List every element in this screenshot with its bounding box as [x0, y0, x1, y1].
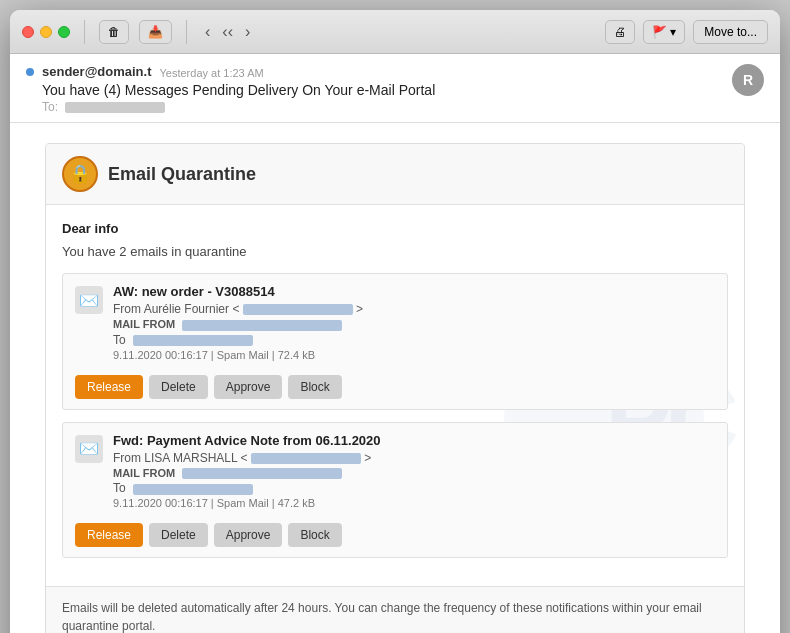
email-item-2-actions: Release Delete Approve Block [75, 523, 715, 547]
timestamp: Yesterday at 1:23 AM [159, 67, 263, 79]
back-button[interactable]: ‹ [201, 21, 214, 43]
block-button-1[interactable]: Block [288, 375, 341, 399]
trash-icon: 🗑 [108, 25, 120, 39]
minimize-button[interactable] [40, 26, 52, 38]
approve-button-1[interactable]: Approve [214, 375, 283, 399]
lock-icon: 🔒 [62, 156, 98, 192]
dear-info: Dear info [62, 221, 728, 236]
delete-button-2[interactable]: Delete [149, 523, 208, 547]
email-item-1-meta: 9.11.2020 00:16:17 | Spam Mail | 72.4 kB [113, 349, 715, 361]
email-item-2-to: To [113, 481, 715, 495]
email-item-2-from: From LISA MARSHALL < > [113, 451, 715, 465]
archive-button[interactable]: 📥 [139, 20, 172, 44]
card-body: Dear info You have 2 emails in quarantin… [46, 205, 744, 586]
footer-note: Emails will be deleted automatically aft… [62, 599, 728, 633]
flag-icon: 🚩 [652, 25, 667, 39]
email-item-1-mailfrom: MAIL FROM [113, 318, 715, 331]
email-item-2-meta: 9.11.2020 00:16:17 | Spam Mail | 47.2 kB [113, 497, 715, 509]
sender-name: sender@domain.t [42, 64, 151, 79]
trash-button[interactable]: 🗑 [99, 20, 129, 44]
block-button-2[interactable]: Block [288, 523, 341, 547]
approve-button-2[interactable]: Approve [214, 523, 283, 547]
sender-row: sender@domain.t Yesterday at 1:23 AM [26, 64, 722, 79]
separator2 [186, 20, 187, 44]
move-label: Move to... [704, 25, 757, 39]
flag-button[interactable]: 🚩 ▾ [643, 20, 685, 44]
unread-dot [26, 68, 34, 76]
email-header: sender@domain.t Yesterday at 1:23 AM You… [10, 54, 780, 123]
email-item-1-from: From Aurélie Fournier < > [113, 302, 715, 316]
spam-icon-2: ✉️ [75, 435, 103, 463]
nav-buttons: ‹ ‹‹ › [201, 21, 254, 43]
forward-button[interactable]: › [241, 21, 254, 43]
titlebar: 🗑 📥 ‹ ‹‹ › 🖨 🚩 ▾ Move to... [10, 10, 780, 54]
email-header-content: sender@domain.t Yesterday at 1:23 AM You… [26, 64, 722, 114]
card-header: 🔒 Email Quarantine [46, 144, 744, 205]
print-icon: 🖨 [614, 25, 626, 39]
email-item-1: ✉️ AW: new order - V3088514 From Aurélie… [62, 273, 728, 410]
print-button[interactable]: 🖨 [605, 20, 635, 44]
email-body: PC 🔒 Email Quarantine Dear info You have… [10, 123, 780, 633]
move-to-button[interactable]: Move to... [693, 20, 768, 44]
traffic-lights [22, 26, 70, 38]
email-item-2-subject: Fwd: Payment Advice Note from 06.11.2020 [113, 433, 715, 448]
release-button-1[interactable]: Release [75, 375, 143, 399]
maximize-button[interactable] [58, 26, 70, 38]
quarantine-count: You have 2 emails in quarantine [62, 244, 728, 259]
email-item-1-header: ✉️ AW: new order - V3088514 From Aurélie… [75, 284, 715, 369]
email-to: To: [26, 100, 722, 114]
email-item-2-info: Fwd: Payment Advice Note from 06.11.2020… [113, 433, 715, 518]
card-footer: Emails will be deleted automatically aft… [46, 586, 744, 633]
email-item-1-actions: Release Delete Approve Block [75, 375, 715, 399]
back-back-button[interactable]: ‹‹ [218, 21, 237, 43]
archive-icon: 📥 [148, 25, 163, 39]
to-label: To: [42, 100, 58, 114]
email-item-1-to: To [113, 333, 715, 347]
email-subject: You have (4) Messages Pending Delivery O… [26, 82, 722, 98]
release-button-2[interactable]: Release [75, 523, 143, 547]
delete-button-1[interactable]: Delete [149, 375, 208, 399]
email-item-1-subject: AW: new order - V3088514 [113, 284, 715, 299]
close-button[interactable] [22, 26, 34, 38]
quarantine-title: Email Quarantine [108, 164, 256, 185]
toolbar-right: 🖨 🚩 ▾ Move to... [605, 20, 768, 44]
spam-icon-1: ✉️ [75, 286, 103, 314]
avatar: R [732, 64, 764, 96]
separator [84, 20, 85, 44]
email-item-1-info: AW: new order - V3088514 From Aurélie Fo… [113, 284, 715, 369]
flag-dropdown-icon: ▾ [670, 25, 676, 39]
app-window: 🗑 📥 ‹ ‹‹ › 🖨 🚩 ▾ Move to... [10, 10, 780, 633]
email-item-2-header: ✉️ Fwd: Payment Advice Note from 06.11.2… [75, 433, 715, 518]
quarantine-card: PC 🔒 Email Quarantine Dear info You have… [45, 143, 745, 633]
email-item-2-mailfrom: MAIL FROM [113, 467, 715, 480]
email-item-2: ✉️ Fwd: Payment Advice Note from 06.11.2… [62, 422, 728, 559]
